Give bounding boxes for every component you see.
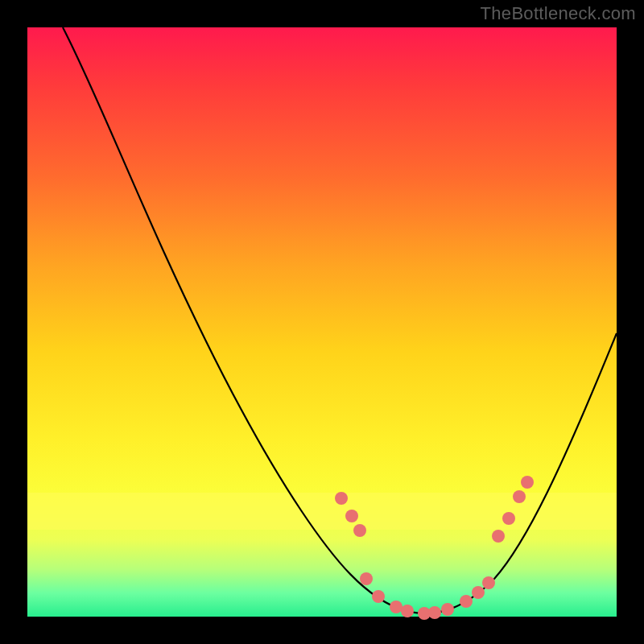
bottleneck-curve xyxy=(63,27,617,613)
marker-dot xyxy=(335,492,348,505)
watermark-text: TheBottleneck.com xyxy=(481,3,636,24)
marker-dot xyxy=(390,601,402,613)
marker-dot xyxy=(482,576,495,589)
marker-dot xyxy=(441,603,454,616)
marker-dot xyxy=(521,476,534,489)
marker-dot xyxy=(428,606,441,619)
curve-markers xyxy=(335,476,534,620)
marker-dot xyxy=(492,530,505,543)
marker-dot xyxy=(472,586,485,599)
marker-dot xyxy=(502,512,515,525)
marker-dot xyxy=(360,572,373,585)
marker-dot xyxy=(460,595,473,608)
marker-dot xyxy=(513,490,526,503)
chart-frame: TheBottleneck.com xyxy=(0,0,644,644)
marker-dot xyxy=(372,590,385,603)
marker-dot xyxy=(401,605,414,617)
marker-dot xyxy=(353,524,366,537)
chart-svg xyxy=(27,27,617,617)
marker-dot xyxy=(345,510,358,522)
